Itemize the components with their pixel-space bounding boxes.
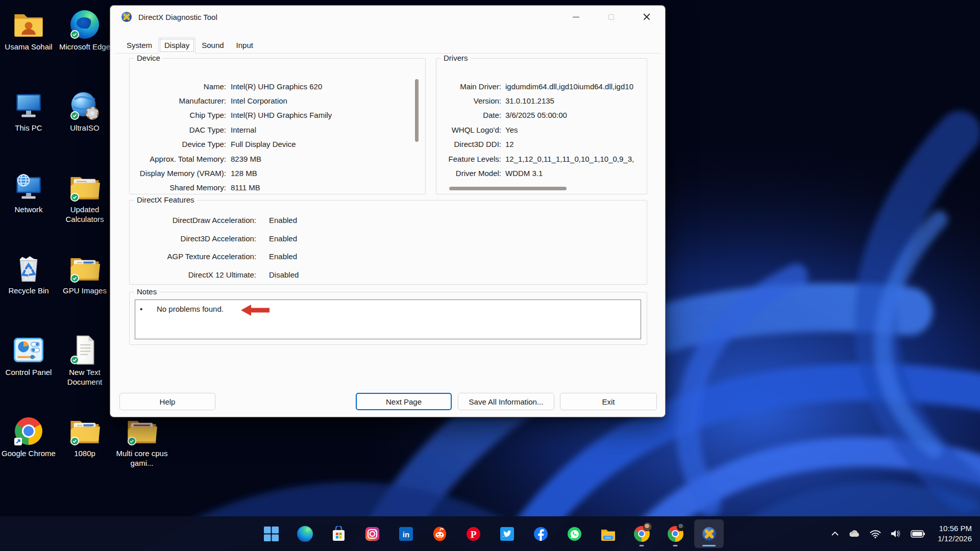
device-groupbox: Device Name:Intel(R) UHD Graphics 620 Ma…	[129, 58, 426, 194]
volume-tray-button[interactable]	[886, 523, 906, 544]
minimize-icon	[573, 17, 579, 17]
taskbar-center-icons: in P	[254, 516, 726, 551]
windows-start-icon	[263, 526, 279, 542]
maximize-button[interactable]	[599, 9, 623, 25]
taskbar-microsoft-store[interactable]	[324, 519, 353, 548]
start-button[interactable]	[256, 519, 286, 548]
desktop-icon-label: GPU Images	[63, 286, 107, 295]
help-button[interactable]: Help	[119, 393, 215, 410]
desktop-icon-control-panel[interactable]: Control Panel	[0, 335, 57, 377]
taskbar-edge[interactable]	[290, 519, 320, 548]
desktop-icon-label: New Text Document	[56, 367, 113, 387]
drivers-row: Date:3/6/2025 05:00:00	[443, 108, 641, 122]
close-button[interactable]	[635, 9, 658, 25]
features-rows: DirectDraw Acceleration:Enabled Direct3D…	[136, 211, 641, 284]
drivers-legend: Drivers	[441, 54, 471, 62]
device-row: Display Memory (VRAM):128 MB	[136, 166, 419, 180]
desktop-icon-label: Google Chrome	[2, 448, 56, 458]
desktop-icon-label: Microsoft Edge	[59, 42, 110, 52]
onedrive-tray-button[interactable]	[844, 523, 865, 544]
sync-check-badge	[70, 111, 79, 120]
reddit-icon	[432, 526, 448, 542]
tab-input[interactable]: Input	[230, 37, 259, 54]
notes-bullet: •	[140, 305, 142, 313]
taskbar-whatsapp[interactable]	[559, 519, 589, 548]
whatsapp-icon	[567, 526, 582, 542]
device-row: Approx. Total Memory:8239 MB	[136, 152, 419, 166]
drivers-horizontal-scrollbar[interactable]	[449, 187, 567, 190]
desktop-icon-gpu-images[interactable]: GPU Images	[56, 253, 113, 295]
exit-button[interactable]: Exit	[560, 393, 657, 410]
clock-date: 1/12/2026	[938, 534, 972, 544]
drivers-row: Feature Levels:12_1,12_0,11_1,11_0,10_1,…	[443, 152, 641, 166]
desktop-icon-new-text-document[interactable]: New Text Document	[56, 335, 113, 387]
drivers-row: Main Driver:igdumdim64.dll,igd10iumd64.d…	[443, 79, 641, 93]
dxdiag-app-icon	[121, 11, 132, 22]
folder-chart-icon	[69, 416, 100, 446]
desktop-icon-this-pc[interactable]: This PC	[0, 90, 57, 133]
desktop-icon-microsoft-edge[interactable]: Microsoft Edge	[56, 9, 113, 52]
battery-tray-button[interactable]	[906, 523, 929, 544]
profile-avatar	[677, 522, 685, 531]
taskbar-twitter[interactable]	[492, 519, 522, 548]
battery-icon	[911, 530, 925, 538]
desktop-icon-user-folder[interactable]: Usama Sohail	[0, 9, 57, 52]
taskbar-linkedin[interactable]: in	[391, 519, 421, 548]
sync-check-badge	[70, 193, 79, 202]
desktop-icon-multi-core[interactable]: Multi core cpus gami...	[113, 416, 170, 468]
edge-icon	[297, 526, 313, 542]
taskbar-reddit[interactable]	[425, 519, 454, 548]
recycle-bin-icon	[13, 253, 44, 284]
tab-sound[interactable]: Sound	[195, 37, 230, 54]
tabstrip: System Display Sound Input	[120, 37, 259, 54]
desktop-icon-ultraiso[interactable]: UltraISO	[56, 90, 113, 133]
drivers-rows: Main Driver:igdumdim64.dll,igd10iumd64.d…	[443, 79, 641, 181]
taskbar-pinterest[interactable]: P	[458, 519, 488, 548]
desktop-icon-label: Network	[14, 205, 42, 214]
folder-documents-icon	[69, 172, 100, 203]
profile-avatar	[643, 522, 652, 531]
drivers-groupbox: Drivers Main Driver:igdumdim64.dll,igd10…	[436, 58, 647, 194]
sync-check-badge	[70, 437, 79, 445]
tab-display[interactable]: Display	[158, 37, 195, 54]
desktop-icon-label: Multi core cpus gami...	[113, 448, 170, 468]
desktop-icon-recycle-bin[interactable]: Recycle Bin	[0, 253, 57, 295]
desktop-icon-updated-calculators[interactable]: Updated Calculators	[56, 172, 113, 224]
maximize-icon	[608, 14, 614, 20]
active-window-indicator	[702, 545, 716, 546]
minimize-button[interactable]	[564, 9, 587, 25]
taskbar-file-explorer[interactable]	[593, 519, 623, 548]
wifi-tray-button[interactable]	[865, 523, 886, 544]
window-title: DirectX Diagnostic Tool	[138, 13, 217, 21]
taskbar: in P	[0, 516, 980, 551]
desktop-icon-label: Control Panel	[6, 367, 52, 377]
taskbar-instagram[interactable]	[357, 519, 387, 548]
save-all-information-button[interactable]: Save All Information...	[458, 393, 554, 410]
taskbar-chrome-profile-1[interactable]	[627, 519, 656, 548]
device-vertical-scrollbar[interactable]	[415, 79, 419, 142]
desktop-icon-label: This PC	[15, 123, 42, 133]
taskbar-dxdiag-active[interactable]	[694, 519, 724, 548]
desktop-icon-1080p[interactable]: 1080p	[56, 416, 113, 458]
speaker-icon	[890, 529, 901, 538]
facebook-icon	[533, 526, 549, 542]
chrome-icon	[13, 416, 44, 446]
next-page-button[interactable]: Next Page	[356, 393, 452, 410]
directx-features-groupbox: DirectX Features DirectDraw Acceleration…	[129, 200, 647, 285]
device-rows: Name:Intel(R) UHD Graphics 620 Manufactu…	[136, 79, 419, 195]
taskbar-chrome-profile-2[interactable]	[660, 519, 690, 548]
tab-system[interactable]: System	[120, 37, 158, 54]
clock[interactable]: 10:56 PM 1/12/2026	[938, 523, 980, 544]
drivers-row: Version:31.0.101.2135	[443, 93, 641, 108]
control-panel-icon	[13, 335, 44, 365]
desktop-icon-network[interactable]: Network	[0, 172, 57, 214]
desktop-icon-google-chrome[interactable]: Google Chrome	[0, 416, 57, 458]
taskbar-facebook[interactable]	[526, 519, 555, 548]
wifi-icon	[870, 530, 881, 538]
user-folder-icon	[13, 9, 44, 40]
hidden-icons-button[interactable]	[826, 523, 844, 544]
sync-check-badge	[70, 30, 79, 39]
notes-legend: Notes	[134, 287, 159, 296]
notes-textarea[interactable]: • No problems found.	[135, 299, 641, 339]
this-pc-icon	[13, 90, 44, 121]
